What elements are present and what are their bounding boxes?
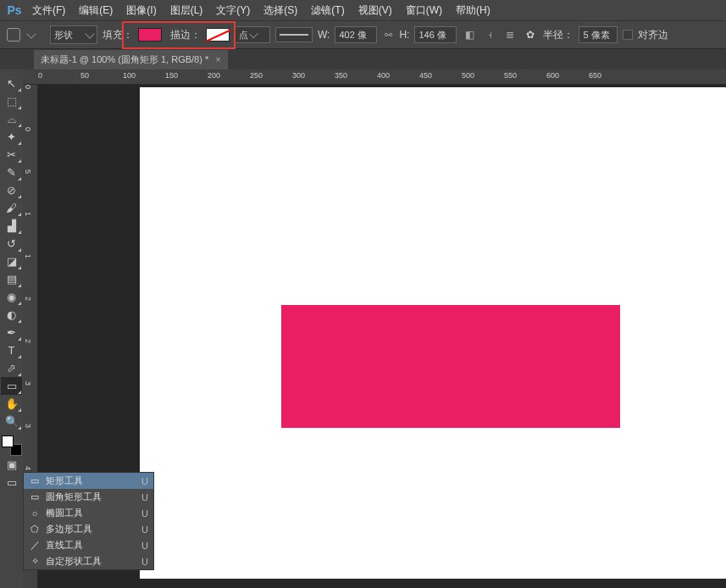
app-logo: Ps <box>3 2 25 19</box>
ruler-mark: 0 <box>24 85 32 89</box>
link-icon[interactable]: ⚯ <box>382 29 394 41</box>
menu-edit[interactable]: 编辑(E) <box>72 1 119 20</box>
flyout-item-3[interactable]: ⬠多边形工具U <box>24 521 153 537</box>
ruler-mark: 500 <box>462 71 474 80</box>
tool-move[interactable]: ↖ <box>1 75 22 92</box>
tool-marquee[interactable]: ⬚ <box>1 92 22 110</box>
tool-magic-wand[interactable]: ✦ <box>1 128 22 146</box>
menu-layer[interactable]: 图层(L) <box>163 1 210 20</box>
ruler-mark: 50 <box>80 71 89 80</box>
flyout-item-shortcut: U <box>141 557 148 567</box>
align-edges-checkbox[interactable] <box>623 30 633 40</box>
tool-blur[interactable]: ◉ <box>1 288 22 306</box>
flyout-item-2[interactable]: ○椭圆工具U <box>24 505 153 521</box>
flyout-item-4[interactable]: ／直线工具U <box>24 537 153 553</box>
chevron-down-icon[interactable] <box>26 29 36 38</box>
workspace: ↖ ⬚ ⌓ ✦ ✂ ✎ ⊘ 🖌 ▟ ↺ ◪ ▤ ◉ ◐ ✒ T ⬀ ▭ ✋ 🔍 … <box>0 69 726 588</box>
flyout-item-0[interactable]: ▭矩形工具U <box>24 473 153 489</box>
tool-screenmode[interactable]: ▭ <box>1 474 22 491</box>
stroke-color-swatch[interactable] <box>206 28 230 42</box>
ruler-mark: 1 <box>24 254 32 258</box>
radius-field[interactable]: 5 像素 <box>579 26 618 43</box>
menu-window[interactable]: 窗口(W) <box>399 1 449 20</box>
ruler-mark: 2 <box>24 339 32 343</box>
width-field[interactable]: 402 像 <box>335 26 377 43</box>
width-label: W: <box>318 29 330 41</box>
horizontal-ruler: 050100150200250300350400450500550600650 <box>23 69 726 85</box>
toolbox: ↖ ⬚ ⌓ ✦ ✂ ✎ ⊘ 🖌 ▟ ↺ ◪ ▤ ◉ ◐ ✒ T ⬀ ▭ ✋ 🔍 … <box>0 69 23 588</box>
align-edges-label: 对齐边 <box>638 28 668 42</box>
tool-gradient[interactable]: ▤ <box>1 270 22 288</box>
active-tool-icon[interactable] <box>7 28 20 42</box>
menubar: Ps 文件(F) 编辑(E) 图像(I) 图层(L) 文字(Y) 选择(S) 滤… <box>0 0 726 20</box>
flyout-item-label: 椭圆工具 <box>46 507 136 519</box>
tool-healing[interactable]: ⊘ <box>1 181 22 199</box>
flyout-item-1[interactable]: ▭圆角矩形工具U <box>24 489 153 505</box>
menu-type[interactable]: 文字(Y) <box>209 1 257 20</box>
tool-pen[interactable]: ✒ <box>1 324 22 341</box>
close-icon[interactable]: × <box>215 54 220 64</box>
color-swatches[interactable] <box>2 435 22 456</box>
shape-icon: ▭ <box>29 475 41 486</box>
menu-help[interactable]: 帮助(H) <box>449 1 497 20</box>
flyout-item-shortcut: U <box>141 492 148 502</box>
height-field[interactable]: 146 像 <box>414 26 457 43</box>
tool-type[interactable]: T <box>1 341 22 359</box>
document-tab[interactable]: 未标题-1 @ 100% (圆角矩形 1, RGB/8) * × <box>34 50 228 69</box>
flyout-item-shortcut: U <box>141 508 148 519</box>
flyout-item-5[interactable]: ✧自定形状工具U <box>24 553 153 569</box>
menu-file[interactable]: 文件(F) <box>25 1 72 20</box>
fill-label: 填充： <box>103 28 133 42</box>
gear-icon[interactable]: ✿ <box>523 27 538 42</box>
fill-color-swatch[interactable] <box>138 28 162 42</box>
foreground-color-swatch[interactable] <box>2 435 14 447</box>
ruler-mark: 350 <box>335 71 347 80</box>
tool-eraser[interactable]: ◪ <box>1 252 22 270</box>
menu-view[interactable]: 视图(V) <box>352 1 399 20</box>
tool-mode-label: 形状 <box>54 29 73 42</box>
ruler-mark: 200 <box>208 71 220 80</box>
ruler-mark: 4 <box>24 466 32 470</box>
tool-hand[interactable]: ✋ <box>1 395 22 413</box>
shape-icon: ○ <box>29 508 41 519</box>
options-bar: 形状 填充： 描边： 点 W: 402 像 ⚯ H: 146 像 ◧ ⫞ ≣ ✿… <box>0 20 726 49</box>
radius-label: 半径： <box>543 28 574 42</box>
height-label: H: <box>399 29 409 41</box>
tool-zoom[interactable]: 🔍 <box>1 413 22 430</box>
tool-clone[interactable]: ▟ <box>1 217 22 235</box>
flyout-item-shortcut: U <box>141 541 148 551</box>
tool-dodge[interactable]: ◐ <box>1 306 22 324</box>
path-operations-icon[interactable]: ◧ <box>462 27 477 42</box>
tool-brush[interactable]: 🖌 <box>1 199 22 217</box>
document-tabs: 未标题-1 @ 100% (圆角矩形 1, RGB/8) * × <box>0 49 726 69</box>
tool-eyedropper[interactable]: ✎ <box>1 164 22 181</box>
flyout-item-label: 多边形工具 <box>46 523 136 535</box>
tool-quickmask[interactable]: ▣ <box>1 456 22 474</box>
menu-filter[interactable]: 滤镜(T) <box>304 1 351 20</box>
ruler-mark: 5 <box>24 169 32 174</box>
path-align-icon[interactable]: ⫞ <box>482 27 497 42</box>
ruler-mark: 550 <box>504 71 517 80</box>
tool-mode-select[interactable]: 形状 <box>50 25 97 44</box>
flyout-item-label: 圆角矩形工具 <box>46 491 136 503</box>
ruler-mark: 0 <box>24 127 32 131</box>
menu-select[interactable]: 选择(S) <box>257 1 304 20</box>
flyout-item-label: 直线工具 <box>46 539 136 552</box>
document-tab-title: 未标题-1 @ 100% (圆角矩形 1, RGB/8) * <box>41 53 208 66</box>
stroke-width-field[interactable]: 点 <box>235 26 270 43</box>
ruler-mark: 1 <box>24 212 32 216</box>
artboard[interactable] <box>140 87 726 579</box>
tool-history[interactable]: ↺ <box>1 235 22 252</box>
tool-crop[interactable]: ✂ <box>1 146 22 164</box>
tool-lasso[interactable]: ⌓ <box>1 110 22 128</box>
path-arrange-icon[interactable]: ≣ <box>502 27 518 42</box>
tool-shape[interactable]: ▭ <box>1 377 22 395</box>
stroke-style-dropdown[interactable] <box>275 27 313 42</box>
ruler-mark: 100 <box>123 71 136 80</box>
tool-path-select[interactable]: ⬀ <box>1 359 22 377</box>
chevron-down-icon <box>249 29 258 38</box>
menu-image[interactable]: 图像(I) <box>119 1 163 20</box>
stroke-label: 描边： <box>170 28 201 42</box>
rounded-rectangle-shape[interactable] <box>281 305 620 428</box>
shape-tool-flyout: ▭矩形工具U▭圆角矩形工具U○椭圆工具U⬠多边形工具U／直线工具U✧自定形状工具… <box>23 472 154 570</box>
